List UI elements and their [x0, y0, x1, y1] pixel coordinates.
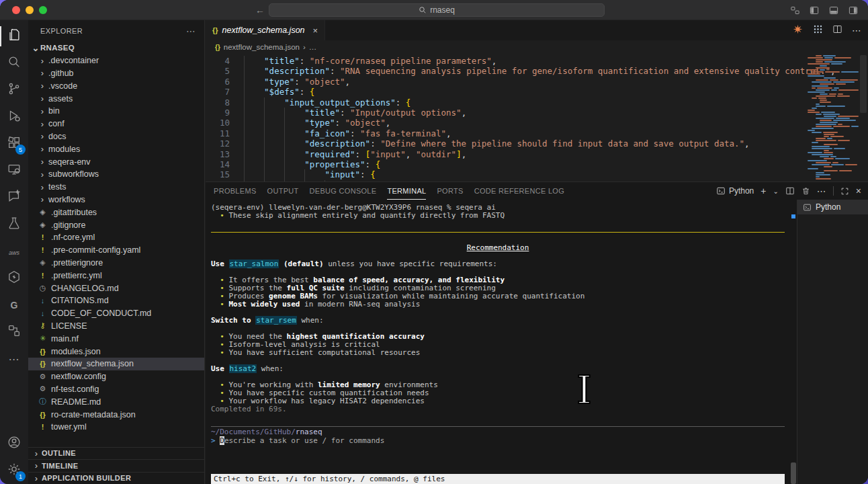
tree-folder-modules[interactable]: ›modules [28, 143, 204, 155]
activity-bar-item-aws[interactable]: aws [0, 238, 28, 265]
tree-folder-devcontainer[interactable]: ›.devcontainer [28, 54, 204, 67]
activity-bar-item-account[interactable] [0, 430, 28, 457]
tree-file-.gitignore[interactable]: ◈.gitignore [28, 218, 204, 231]
scrollbar-thumb[interactable] [791, 462, 796, 484]
sidebar-section-outline[interactable]: ›OUTLINE [28, 447, 204, 460]
editor-actions: ⋯ [792, 20, 861, 40]
activity-bar-item-chat[interactable] [0, 184, 28, 211]
sidebar-section-timeline[interactable]: ›TIMELINE [28, 459, 204, 472]
tree-file-.pre-commit-config.yaml[interactable]: !.pre-commit-config.yaml [28, 244, 204, 257]
activity-bar-item-source-control[interactable] [0, 77, 28, 104]
toggle-panel-icon[interactable] [828, 5, 839, 15]
close-tab-icon[interactable]: × [313, 26, 318, 36]
activity-bar-item-more[interactable]: ⋯ [0, 346, 28, 372]
tree-folder-subworkflows[interactable]: ›subworkflows [28, 168, 204, 181]
sidebar-section-application-builder[interactable]: ›APPLICATION BUILDER [28, 472, 204, 484]
tree-file-tower.yml[interactable]: !tower.yml [28, 421, 204, 434]
activity-bar-item-pipeline-diagram[interactable] [0, 319, 28, 346]
tree-root-rnaseq[interactable]: ⌄RNASEQ [28, 42, 204, 54]
tree-file-modules.json[interactable]: {}modules.json [28, 345, 204, 358]
minimap[interactable] [806, 55, 859, 182]
split-terminal-icon[interactable] [785, 186, 795, 196]
editor-scrollbar[interactable] [859, 54, 868, 182]
terminal-scrollbar[interactable] [790, 200, 797, 484]
tree-folder-bin[interactable]: ›bin [28, 105, 204, 118]
tree-file-CODE_OF_CONDUCT.md[interactable]: ↓CODE_OF_CONDUCT.md [28, 307, 204, 320]
activity-bar-item-testing[interactable] [0, 211, 28, 238]
zoom-window-button[interactable] [39, 6, 47, 14]
split-editor-icon[interactable] [832, 24, 842, 37]
panel-tab-output[interactable]: OUTPUT [267, 182, 299, 200]
toggle-sidebar-left-icon[interactable] [809, 5, 820, 15]
terminal-dropdown-icon[interactable]: ⌄ [773, 188, 778, 195]
tree-folder-seqera-env[interactable]: ›seqera-env [28, 155, 204, 168]
tree-file-nextflow_schema.json[interactable]: {}nextflow_schema.json [28, 358, 204, 370]
history-back-button[interactable]: ← [255, 5, 265, 15]
code-line-11: 11"fa_icon": "fas fa-terminal", [206, 128, 868, 138]
activity-bar-item-hexagon-tool[interactable] [0, 265, 28, 292]
tree-folder-vscode[interactable]: ›.vscode [28, 79, 204, 92]
tree-folder-workflows[interactable]: ›workflows [28, 194, 204, 206]
activity-bar-item-explorer[interactable] [0, 23, 28, 50]
panel-actions: Python + ⌄ ⋯ × [716, 182, 861, 200]
breadcrumb-file[interactable]: nextflow_schema.json [224, 43, 300, 51]
tree-file-ro-crate-metadata.json[interactable]: {}ro-crate-metadata.json [28, 408, 204, 421]
code-editor[interactable]: 4"title": "nf-core/rnaseq pipeline param… [206, 54, 868, 182]
tree-file-CITATIONS.md[interactable]: ↓CITATIONS.md [28, 294, 204, 307]
tree-file-CHANGELOG.md[interactable]: ◷CHANGELOG.md [28, 282, 204, 294]
tree-file-nf-test.config[interactable]: ⚙nf-test.config [28, 383, 204, 396]
activity-bar-item-settings[interactable]: 1 [0, 457, 28, 484]
activity-bar-item-remote-explorer[interactable] [0, 157, 28, 184]
starburst-icon[interactable] [792, 24, 804, 38]
more-actions-icon[interactable]: ⋯ [852, 24, 861, 36]
panel-tab-debug-console[interactable]: DEBUG CONSOLE [310, 182, 377, 200]
breadcrumb-rest[interactable]: … [309, 43, 317, 51]
terminal-prompt[interactable]: > Describe a task or use / for commands [211, 436, 785, 446]
activity-bar-item-search[interactable] [0, 50, 28, 77]
layout-customize-icon[interactable] [790, 5, 800, 15]
panel-tab-code-reference-log[interactable]: CODE REFERENCE LOG [474, 182, 564, 200]
terminal-list-item-python[interactable]: Python [797, 200, 868, 214]
panel-more-actions-icon[interactable]: ⋯ [817, 186, 826, 196]
tree-file-.prettierrc.yml[interactable]: !.prettierrc.yml [28, 269, 204, 282]
activity-bar-item-extensions[interactable]: 5 [0, 130, 28, 157]
activity-bar-item-g-tool[interactable]: G [0, 292, 28, 319]
terminal-input-box[interactable]: ~/Documents/GitHub/rnaseq > Describe a t… [211, 426, 785, 446]
maximize-panel-icon[interactable] [840, 187, 849, 196]
activity-bar-item-run-debug[interactable] [0, 104, 28, 130]
tree-file-main.nf[interactable]: ✳main.nf [28, 332, 204, 345]
chevron-right-icon: › [31, 473, 42, 483]
panel-tab-ports[interactable]: PORTS [437, 182, 463, 200]
tree-file-.prettierignore[interactable]: ◈.prettierignore [28, 257, 204, 270]
code-lines: 4"title": "nf-core/rnaseq pipeline param… [206, 54, 868, 182]
command-center-search[interactable]: rnaseq [269, 3, 605, 17]
terminal-shell-indicator[interactable]: Python [716, 186, 754, 196]
minimize-window-button[interactable] [26, 6, 34, 14]
toggle-sidebar-right-icon[interactable] [848, 5, 859, 15]
chevron-right-icon: › [38, 68, 47, 78]
tree-file-LICENSE[interactable]: ⚷LICENSE [28, 320, 204, 333]
tree-file-.nf-core.yml[interactable]: !.nf-core.yml [28, 231, 204, 244]
chevron-down-icon: ⌄ [31, 43, 40, 53]
tree-file-.gitattributes[interactable]: ◈.gitattributes [28, 206, 204, 218]
tab-nextflow-schema[interactable]: {} nextflow_schema.json × [206, 20, 325, 40]
close-panel-icon[interactable]: × [856, 186, 861, 196]
breadcrumb[interactable]: {} nextflow_schema.json › … [206, 40, 868, 54]
terminal[interactable]: (seqera-env) llewelyn-van-der-berg@KTW2Y… [206, 200, 797, 484]
tree-folder-conf[interactable]: ›conf [28, 118, 204, 130]
panel-tab-problems[interactable]: PROBLEMS [214, 182, 257, 200]
close-window-button[interactable] [12, 6, 20, 14]
tree-file-nextflow.config[interactable]: ⚙nextflow.config [28, 370, 204, 383]
line-number: 13 [206, 149, 230, 159]
explorer-more-actions-icon[interactable]: ⋯ [186, 26, 196, 36]
tree-folder-tests[interactable]: ›tests [28, 181, 204, 194]
terminal-line: • Most widely used in modern RNA-seq ana… [211, 300, 785, 309]
tree-folder-docs[interactable]: ›docs [28, 130, 204, 143]
tree-folder-github[interactable]: ›.github [28, 67, 204, 80]
kill-terminal-icon[interactable] [801, 186, 810, 196]
grid-icon[interactable] [813, 24, 823, 37]
panel-tab-terminal[interactable]: TERMINAL [387, 182, 426, 200]
new-terminal-button[interactable]: + [761, 186, 766, 196]
tree-folder-assets[interactable]: ›assets [28, 92, 204, 105]
tree-file-README.md[interactable]: ⓘREADME.md [28, 395, 204, 408]
